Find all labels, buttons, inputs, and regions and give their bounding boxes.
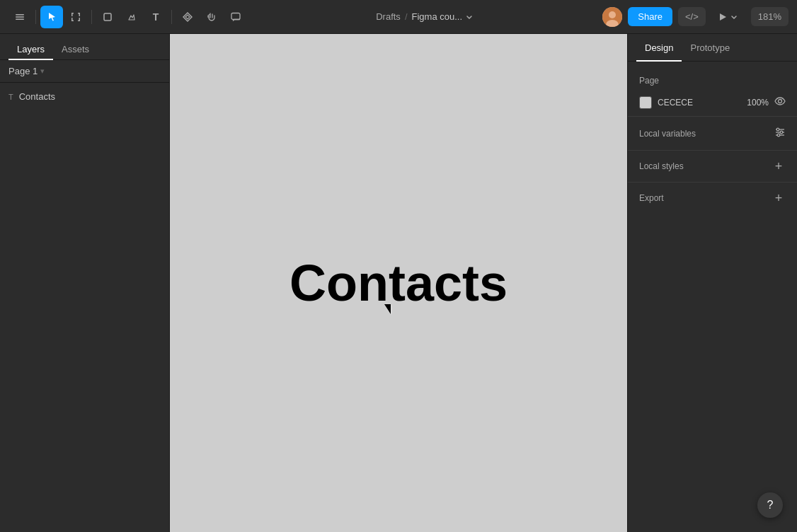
svg-rect-8 <box>79 13 81 16</box>
local-styles-label: Local styles <box>639 161 684 171</box>
svg-point-20 <box>776 128 779 131</box>
comment-tool-button[interactable] <box>224 6 247 28</box>
divider-1 <box>628 116 797 117</box>
chevron-down-small-icon <box>730 13 738 21</box>
svg-rect-0 <box>16 14 24 16</box>
divider-3 <box>628 182 797 183</box>
text-layer-icon: T <box>8 93 13 101</box>
right-panel-content: Page CECECE 100% Local variables <box>628 62 797 532</box>
svg-rect-9 <box>71 18 73 21</box>
cursor-indicator <box>384 304 391 314</box>
panel-tabs: Layers Assets <box>0 34 169 60</box>
svg-rect-11 <box>104 13 111 21</box>
tune-icon[interactable] <box>774 127 786 140</box>
page-bg-opacity: 100% <box>747 98 769 108</box>
export-header: Export + <box>628 185 797 211</box>
tab-assets[interactable]: Assets <box>53 40 98 60</box>
page-bg-row: CECECE 100% <box>628 91 797 113</box>
page-name: Page 1 <box>8 66 38 76</box>
canvas-content-text: Contacts <box>289 254 508 312</box>
page-section-header: Page <box>628 70 797 91</box>
tool-group-left: T <box>8 6 247 28</box>
left-panel: Layers Assets Page 1 ▾ T Contacts <box>0 34 170 532</box>
right-panel: Design Prototype Page CECECE 100% <box>627 34 797 532</box>
svg-rect-2 <box>16 18 24 20</box>
shape-tool-button[interactable] <box>96 6 119 28</box>
tab-prototype[interactable]: Prototype <box>682 34 738 62</box>
play-icon <box>718 13 727 21</box>
add-local-style-button[interactable]: + <box>772 159 786 173</box>
chevron-down-icon <box>465 13 474 21</box>
local-styles-header: Local styles + <box>628 154 797 179</box>
components-button[interactable] <box>176 6 199 28</box>
canvas[interactable]: Contacts <box>170 34 627 532</box>
breadcrumb-drafts[interactable]: Drafts <box>376 11 401 22</box>
avatar <box>602 7 622 27</box>
main-area: Layers Assets Page 1 ▾ T Contacts Contac… <box>0 34 797 532</box>
toolbar-sep-3 <box>171 10 172 24</box>
page-section-label: Page <box>639 76 659 86</box>
zoom-button[interactable]: 181% <box>751 7 789 26</box>
breadcrumb-title[interactable]: Figma cou... <box>412 11 474 22</box>
page-bg-swatch[interactable] <box>639 96 652 109</box>
breadcrumb-separator: / <box>405 11 408 22</box>
visibility-icon[interactable] <box>774 96 786 109</box>
local-variables-label: Local variables <box>639 129 696 139</box>
frame-tool-button[interactable] <box>64 6 87 28</box>
layer-list: T Contacts <box>0 83 169 532</box>
pen-tool-button[interactable] <box>120 6 143 28</box>
text-tool-button[interactable]: T <box>144 6 167 28</box>
svg-point-16 <box>779 100 782 103</box>
layer-label: Contacts <box>19 91 55 102</box>
layer-item-contacts[interactable]: T Contacts <box>0 88 169 105</box>
svg-rect-7 <box>71 13 73 16</box>
page-chevron: ▾ <box>40 66 45 76</box>
tab-layers[interactable]: Layers <box>8 40 53 60</box>
toolbar: T Drafts / Figma cou... <box>0 0 797 34</box>
page-selector[interactable]: Page 1 ▾ <box>0 60 169 83</box>
select-tool-button[interactable] <box>40 6 63 28</box>
hand-tool-button[interactable] <box>200 6 223 28</box>
toolbar-sep-1 <box>35 10 36 24</box>
svg-point-21 <box>780 131 783 134</box>
eye-svg <box>774 96 786 107</box>
toolbar-sep-2 <box>91 10 92 24</box>
right-panel-tabs: Design Prototype <box>628 34 797 62</box>
code-button[interactable]: </> <box>678 7 706 26</box>
share-button[interactable]: Share <box>628 7 672 26</box>
add-export-button[interactable]: + <box>772 191 786 205</box>
svg-point-14 <box>609 11 616 18</box>
breadcrumb: Drafts / Figma cou... <box>250 11 600 22</box>
local-variables-row[interactable]: Local variables <box>628 120 797 147</box>
toolbar-right: Share </> 181% <box>602 7 789 27</box>
svg-rect-12 <box>231 13 240 19</box>
play-button[interactable] <box>711 8 745 25</box>
page-bg-color-label: CECECE <box>658 98 693 108</box>
export-label: Export <box>639 193 664 203</box>
svg-rect-1 <box>16 16 24 18</box>
help-button[interactable]: ? <box>757 492 783 518</box>
main-menu-button[interactable] <box>8 6 31 28</box>
divider-2 <box>628 150 797 151</box>
tab-design[interactable]: Design <box>636 34 682 62</box>
svg-point-22 <box>777 134 780 137</box>
svg-rect-10 <box>79 18 81 21</box>
